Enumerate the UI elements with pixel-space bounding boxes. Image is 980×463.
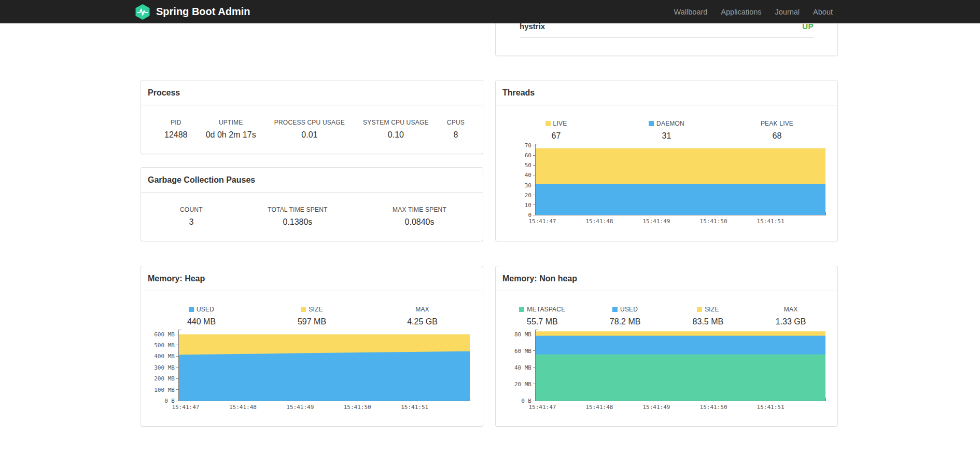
legend-label: DAEMON — [611, 120, 722, 127]
nav-item-applications[interactable]: Applications — [714, 8, 768, 16]
svg-text:15:41:47: 15:41:47 — [529, 218, 556, 225]
legend-value: 31 — [611, 131, 722, 141]
legend-value: 440 MB — [146, 317, 257, 326]
legend-value: 597 MB — [257, 317, 367, 326]
navbar-container: Spring Boot Admin Wallboard Applications… — [141, 0, 839, 23]
stat-label: CPUS — [447, 119, 465, 126]
svg-text:600 MB: 600 MB — [155, 331, 175, 338]
threads-panel: Threads LIVE 67 DAEMON 31 PEAK LIVE — [495, 80, 838, 241]
stat-label: UPTIME — [206, 119, 256, 126]
svg-text:40: 40 — [525, 172, 531, 179]
used-series-swatch — [189, 307, 194, 312]
svg-text:15:41:50: 15:41:50 — [700, 404, 727, 411]
legend-label: METASPACE — [501, 306, 584, 313]
legend-item-metaspace: METASPACE 55.7 MB — [501, 306, 584, 326]
stat-label: TOTAL TIME SPENT — [268, 206, 327, 213]
legend-value: 55.7 MB — [501, 317, 584, 326]
legend-label-text: METASPACE — [527, 306, 565, 313]
brand[interactable]: Spring Boot Admin — [134, 4, 250, 20]
legend-item-daemon: DAEMON 31 — [611, 120, 722, 141]
stat-gc-count: COUNT 3 — [180, 206, 203, 227]
threads-panel-title: Threads — [496, 80, 837, 105]
brand-title: Spring Boot Admin — [156, 6, 250, 18]
svg-text:60: 60 — [525, 152, 531, 159]
svg-text:15:41:47: 15:41:47 — [529, 404, 556, 411]
legend-item-size: SIZE 597 MB — [257, 306, 367, 326]
svg-text:80 MB: 80 MB — [514, 331, 531, 338]
stat-value: 0.0840s — [393, 217, 446, 227]
stat-label: MAX TIME SPENT — [393, 206, 446, 213]
nav-item-wallboard[interactable]: Wallboard — [667, 8, 715, 16]
legend-label-text: MAX — [415, 306, 429, 313]
main-content: hystrix UP Process PID 12488 UPTIME 0d 0… — [0, 0, 980, 463]
memory-heap-chart: 0 B100 MB200 MB300 MB400 MB500 MB600 MB1… — [155, 326, 472, 414]
process-stats: PID 12488 UPTIME 0d 0h 2m 17s PROCESS CP… — [141, 105, 483, 140]
size-series-swatch — [301, 307, 306, 312]
stat-value: 0.1380s — [268, 217, 327, 227]
legend-label: LIVE — [501, 120, 611, 127]
legend-label: MAX — [749, 306, 832, 313]
threads-legend: LIVE 67 DAEMON 31 PEAK LIVE 68 — [496, 105, 837, 141]
nav-item-journal[interactable]: Journal — [768, 8, 807, 16]
svg-text:50: 50 — [525, 162, 531, 169]
stat-value: 0.10 — [363, 130, 429, 140]
legend-label-text: USED — [197, 306, 214, 313]
gc-pauses-panel: Garbage Collection Pauses COUNT 3 TOTAL … — [141, 167, 483, 241]
legend-label-text: USED — [620, 306, 638, 313]
legend-label: SIZE — [257, 306, 367, 313]
legend-label: SIZE — [667, 306, 750, 313]
svg-text:15:41:49: 15:41:49 — [643, 404, 670, 411]
svg-text:300 MB: 300 MB — [155, 364, 175, 371]
gc-stats: COUNT 3 TOTAL TIME SPENT 0.1380s MAX TIM… — [141, 193, 483, 227]
legend-label: PEAK LIVE — [722, 120, 832, 127]
memory-nonheap-chart: 0 B20 MB40 MB60 MB80 MB15:41:4715:41:481… — [511, 326, 828, 414]
svg-text:20: 20 — [525, 192, 531, 199]
gc-panel-title: Garbage Collection Pauses — [141, 168, 483, 193]
nav-item-about[interactable]: About — [806, 8, 839, 16]
svg-text:400 MB: 400 MB — [155, 353, 175, 360]
stat-value: 3 — [180, 217, 203, 227]
legend-value: 67 — [501, 131, 611, 141]
legend-label-text: SIZE — [309, 306, 323, 313]
spring-boot-admin-logo-icon — [134, 4, 151, 20]
legend-item-peak-live: PEAK LIVE 68 — [722, 120, 832, 141]
svg-text:15:41:51: 15:41:51 — [401, 404, 428, 411]
legend-label-text: MAX — [784, 306, 798, 313]
stat-pid: PID 12488 — [164, 119, 188, 140]
svg-text:60 MB: 60 MB — [514, 348, 531, 355]
metaspace-series-swatch — [519, 307, 524, 312]
stat-label: PID — [164, 119, 188, 126]
stat-value: 0.01 — [274, 130, 345, 140]
stat-cpus: CPUS 8 — [447, 119, 465, 140]
svg-text:15:41:50: 15:41:50 — [700, 218, 727, 225]
legend-value: 78.2 MB — [584, 317, 667, 326]
legend-label: USED — [584, 306, 667, 313]
legend-value: 4.25 GB — [367, 317, 478, 326]
stat-label: SYSTEM CPU USAGE — [363, 119, 429, 126]
stat-value: 0d 0h 2m 17s — [206, 130, 256, 140]
legend-label: MAX — [367, 306, 478, 313]
stat-value: 8 — [447, 130, 465, 140]
svg-text:200 MB: 200 MB — [155, 375, 175, 382]
stat-system-cpu-usage: SYSTEM CPU USAGE 0.10 — [363, 119, 429, 140]
stat-gc-total-time: TOTAL TIME SPENT 0.1380s — [268, 206, 327, 227]
legend-label-text: DAEMON — [656, 120, 684, 127]
svg-text:15:41:51: 15:41:51 — [757, 404, 785, 411]
legend-item-used: USED 440 MB — [146, 306, 257, 326]
legend-item-size: SIZE 83.5 MB — [667, 306, 750, 326]
stat-label: COUNT — [180, 206, 203, 213]
svg-text:15:41:47: 15:41:47 — [172, 404, 200, 411]
process-panel: Process PID 12488 UPTIME 0d 0h 2m 17s PR… — [141, 80, 483, 154]
nonheap-panel-title: Memory: Non heap — [496, 266, 837, 291]
legend-label-text: LIVE — [553, 120, 567, 127]
legend-label: USED — [146, 306, 257, 313]
legend-item-max: MAX 4.25 GB — [367, 306, 478, 326]
legend-label-text: SIZE — [705, 306, 719, 313]
svg-text:500 MB: 500 MB — [155, 342, 175, 349]
memory-nonheap-panel: Memory: Non heap METASPACE 55.7 MB USED … — [495, 266, 838, 427]
legend-label-text: PEAK LIVE — [761, 120, 793, 127]
stat-uptime: UPTIME 0d 0h 2m 17s — [206, 119, 256, 140]
svg-text:15:41:51: 15:41:51 — [757, 218, 785, 225]
stat-process-cpu-usage: PROCESS CPU USAGE 0.01 — [274, 119, 345, 140]
stat-value: 12488 — [164, 130, 188, 140]
